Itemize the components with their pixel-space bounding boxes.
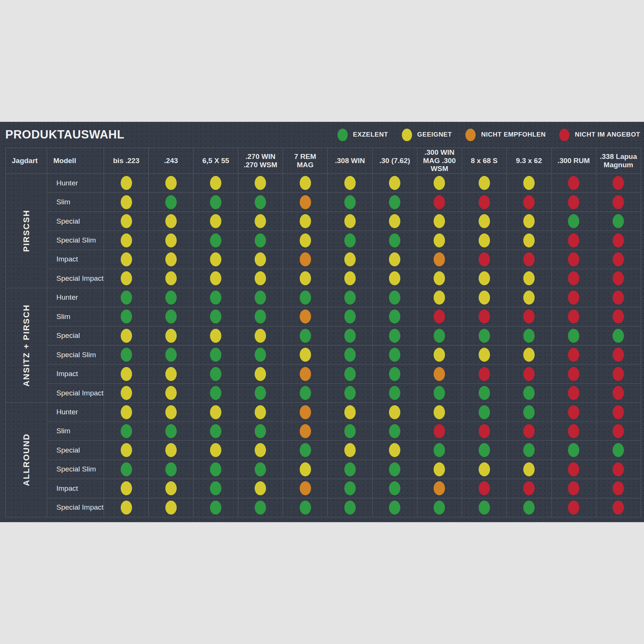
rating-red-dot-icon: [568, 176, 579, 190]
rating-cell: [596, 403, 641, 422]
rating-yellow-dot-icon: [344, 176, 356, 190]
rating-yellow-dot-icon: [523, 348, 535, 362]
rating-red-dot-icon: [568, 367, 579, 381]
rating-cell: [283, 307, 328, 326]
rating-red-dot-icon: [613, 348, 624, 362]
rating-green-dot-icon: [210, 424, 221, 438]
rating-yellow-dot-icon: [434, 233, 445, 247]
rating-cell: [104, 345, 149, 364]
rating-red-dot-icon: [613, 195, 624, 209]
model-label-cell: Special Impact: [47, 384, 104, 403]
rating-red-dot-icon: [613, 501, 624, 515]
model-label-cell: Special: [47, 212, 104, 231]
rating-cell: [417, 212, 462, 231]
column-header-caliber: .270 WIN .270 WSM: [238, 148, 283, 174]
rating-yellow-dot-icon: [479, 271, 490, 285]
rating-cell: [417, 460, 462, 479]
rating-yellow-dot-icon: [523, 271, 535, 285]
rating-cell: [462, 479, 507, 498]
rating-cell: [596, 422, 641, 441]
rating-cell: [328, 307, 372, 326]
rating-cell: [238, 403, 283, 422]
rating-green-dot-icon: [523, 386, 535, 400]
rating-cell: [373, 231, 417, 250]
rating-yellow-dot-icon: [523, 291, 535, 305]
rating-cell: [194, 193, 238, 212]
rating-red-dot-icon: [523, 367, 535, 381]
rating-cell: [194, 441, 238, 460]
column-header-caliber: .30 (7.62): [373, 148, 417, 174]
rating-cell: [462, 345, 507, 364]
rating-green-dot-icon: [389, 481, 400, 495]
page-title: PRODUKTAUSWAHL: [0, 128, 124, 142]
rating-green-dot-icon: [389, 386, 400, 400]
rating-green-dot-icon: [255, 386, 266, 400]
rating-green-dot-icon: [300, 291, 311, 305]
rating-cell: [328, 193, 372, 212]
rating-cell: [149, 498, 193, 517]
rating-cell: [552, 345, 596, 364]
rating-yellow-dot-icon: [523, 233, 535, 247]
rating-red-dot-icon: [613, 386, 624, 400]
group-cell-jagdart: ALLROUND: [6, 403, 47, 517]
rating-cell: [104, 364, 149, 383]
legend-item: NICHT EMPFOHLEN: [465, 129, 546, 141]
rating-yellow-dot-icon: [165, 271, 177, 285]
rating-yellow-dot-icon: [121, 481, 132, 495]
rating-cell: [462, 212, 507, 231]
rating-cell: [149, 479, 193, 498]
model-label-cell: Slim: [47, 193, 104, 212]
rating-cell: [462, 327, 507, 345]
rating-cell: [462, 269, 507, 288]
rating-yellow-dot-icon: [434, 291, 445, 305]
rating-red-dot-icon: [568, 252, 579, 266]
rating-yellow-dot-icon: [121, 252, 132, 266]
rating-cell: [417, 327, 462, 345]
rating-cell: [149, 345, 193, 364]
rating-cell: [283, 422, 328, 441]
model-label-cell: Hunter: [47, 174, 104, 193]
rating-cell: [104, 479, 149, 498]
rating-cell: [194, 307, 238, 326]
rating-yellow-dot-icon: [255, 481, 266, 495]
rating-green-dot-icon: [210, 233, 221, 247]
rating-red-dot-icon: [568, 405, 579, 419]
model-label-cell: Impact: [47, 479, 104, 498]
rating-red-dot-icon: [479, 481, 490, 495]
rating-cell: [552, 307, 596, 326]
rating-green-dot-icon: [389, 462, 400, 476]
model-label-cell: Special Slim: [47, 345, 104, 364]
rating-cell: [328, 250, 372, 269]
rating-cell: [283, 403, 328, 422]
rating-green-dot-icon: [389, 195, 400, 209]
rating-yellow-dot-icon: [300, 214, 311, 228]
rating-yellow-dot-icon: [255, 176, 266, 190]
rating-cell: [507, 288, 551, 307]
rating-green-dot-icon: [434, 501, 445, 515]
rating-cell: [283, 212, 328, 231]
rating-yellow-dot-icon: [344, 405, 356, 419]
rating-cell: [373, 403, 417, 422]
rating-orange-dot-icon: [434, 481, 445, 495]
rating-red-dot-icon: [568, 291, 579, 305]
rating-cell: [373, 212, 417, 231]
rating-cell: [194, 403, 238, 422]
rating-cell: [507, 460, 551, 479]
rating-cell: [462, 364, 507, 383]
rating-cell: [104, 307, 149, 326]
rating-cell: [328, 174, 372, 193]
rating-green-dot-icon: [523, 329, 535, 343]
rating-green-dot-icon: [389, 233, 400, 247]
rating-cell: [283, 193, 328, 212]
rating-cell: [596, 384, 641, 403]
rating-yellow-dot-icon: [479, 233, 490, 247]
rating-red-dot-icon: [568, 233, 579, 247]
rating-cell: [194, 250, 238, 269]
rating-cell: [104, 460, 149, 479]
rating-cell: [194, 364, 238, 383]
rating-green-dot-icon: [300, 443, 311, 457]
rating-yellow-dot-icon: [434, 405, 445, 419]
rating-cell: [149, 250, 193, 269]
yellow-dot-icon: [402, 129, 412, 141]
rating-cell: [238, 212, 283, 231]
